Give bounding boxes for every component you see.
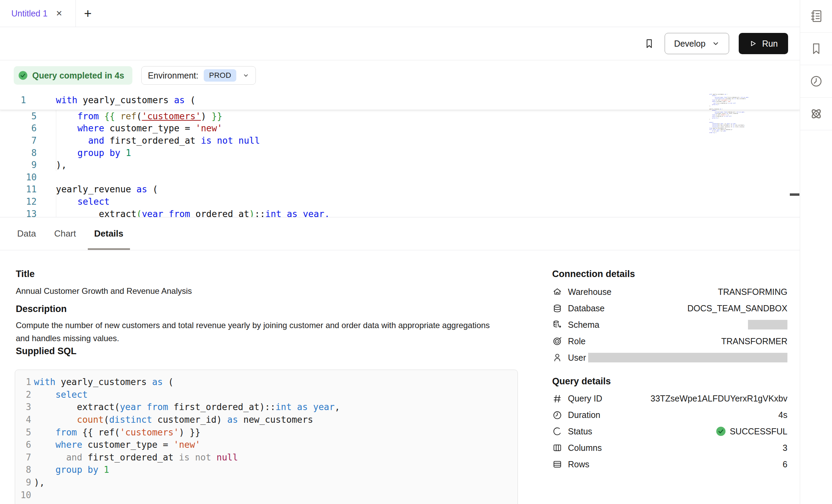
code-text: group by 1 [34, 465, 109, 475]
results-tab-chart[interactable]: Chart [48, 217, 83, 250]
develop-dropdown-button[interactable]: Develop [665, 33, 729, 54]
environment-selector[interactable]: Environment: PROD [141, 66, 256, 85]
results-tab-bar: DataChartDetails [0, 217, 800, 250]
close-tab-icon[interactable]: ✕ [56, 10, 62, 17]
code-text: from {{ ref('customers') }} [56, 111, 222, 121]
sql-line: 4 count(distinct customer_id) as new_cus… [15, 413, 518, 426]
code-line: 5 from {{ ref('customers') }} [0, 110, 800, 122]
right-icon-sidebar [800, 0, 832, 504]
sql-line: 8 group by 1 [15, 464, 518, 476]
line-number: 11 [0, 184, 37, 194]
document-tab-bar: Untitled 1 ✕ + [0, 0, 800, 27]
line-number: 5 [15, 427, 31, 437]
history-clock-icon [808, 73, 824, 89]
sql-line: 2 select [15, 388, 518, 401]
code-text: with yearly_customers as ( [34, 377, 174, 387]
sidebar-button-lineage-icon[interactable] [800, 98, 832, 130]
detail-value: 33TZseWpe1ALFDUYerxR1gVKxbv [651, 394, 787, 404]
indent-guide [56, 110, 56, 171]
sidebar-button-bookmark-icon[interactable] [800, 33, 832, 65]
query-status-text: Query completed in 4s [32, 71, 124, 81]
sql-line: 1with yearly_customers as ( [15, 376, 518, 388]
detail-label: Database [568, 303, 605, 313]
detail-row-user: User [552, 349, 787, 366]
code-text: and first_ordered_at is not null [34, 452, 238, 463]
editor-minimap[interactable]: with yearly_customers as ( select extrac… [709, 94, 749, 133]
sql-line: 9), [15, 476, 518, 489]
sql-line: 3 extract(year from first_ordered_at)::i… [15, 401, 518, 413]
detail-label: Role [568, 336, 585, 346]
connection-details-heading: Connection details [552, 269, 635, 279]
sql-line: 5 from {{ ref('customers') }} [15, 426, 518, 439]
editor-lines: 5 from {{ ref('customers') }}6 where cus… [0, 110, 800, 217]
detail-row-rows: Rows6 [552, 456, 787, 472]
chevron-down-icon [242, 72, 249, 79]
sidebar-button-notebook-icon[interactable] [800, 0, 832, 33]
line-number: 1 [0, 95, 37, 105]
results-tab-data[interactable]: Data [11, 217, 43, 250]
sql-line: 10 [15, 489, 518, 501]
detail-row-schema: Schema [552, 317, 787, 333]
query-details-heading: Query details [552, 376, 611, 387]
code-line: 11yearly_revenue as ( [0, 183, 800, 196]
code-text: from {{ ref('customers') }} [34, 427, 200, 437]
sql-line: 6 where customer_type = 'new' [15, 439, 518, 451]
line-number: 8 [15, 465, 31, 475]
environment-value-badge: PROD [204, 69, 236, 82]
description-heading: Description [16, 304, 67, 314]
detail-row-columns: Columns3 [552, 440, 787, 456]
detail-row-role: RoleTRANSFORMER [552, 333, 787, 349]
run-label: Run [762, 39, 778, 49]
indent-guide [56, 195, 56, 217]
columns-icon [552, 443, 562, 453]
code-text: ), [56, 160, 67, 170]
line-number: 2 [15, 389, 31, 400]
detail-row-warehouse: WarehouseTRANSFORMING [552, 284, 787, 300]
bookmark-icon[interactable] [643, 38, 655, 49]
detail-label: Warehouse [568, 287, 611, 297]
check-circle-icon [715, 426, 726, 437]
detail-value: TRANSFORMING [718, 287, 787, 297]
detail-value-text: SUCCESSFUL [730, 427, 787, 436]
play-icon [749, 39, 757, 48]
detail-row-database: DatabaseDOCS_TEAM_SANDBOX [552, 300, 787, 317]
line-number: 5 [0, 111, 37, 121]
code-line: 9), [0, 159, 800, 171]
detail-value-text: 6 [783, 459, 787, 469]
lineage-icon [808, 106, 824, 122]
code-text: select [56, 196, 110, 207]
detail-value: 3 [783, 443, 787, 453]
query-status-badge: Query completed in 4s [14, 66, 132, 85]
new-tab-button[interactable]: + [84, 6, 92, 21]
line-number: 7 [0, 135, 37, 146]
code-text: select [34, 389, 88, 400]
detail-row-duration: Duration4s [552, 407, 787, 423]
code-text: group by 1 [56, 148, 131, 158]
redacted-value-bar [588, 353, 787, 362]
code-text: extract(year from ordered_at)::int as ye… [56, 209, 330, 217]
user-icon [552, 352, 562, 363]
supplied-sql-heading: Supplied SQL [16, 346, 76, 357]
line-number: 9 [15, 477, 31, 488]
line-number: 10 [0, 172, 37, 182]
line-number: 4 [15, 415, 31, 425]
line-number: 1 [15, 377, 31, 387]
query-details-rows: Query ID33TZseWpe1ALFDUYerxR1gVKxbvDurat… [552, 391, 787, 472]
detail-value: 4s [778, 410, 787, 420]
code-text: yearly_revenue as ( [56, 184, 158, 194]
sql-editor[interactable]: 1 with yearly_customers as ( 5 from {{ r… [0, 91, 800, 217]
detail-row-query-id: Query ID33TZseWpe1ALFDUYerxR1gVKxbv [552, 391, 787, 407]
run-button[interactable]: Run [739, 33, 788, 54]
code-line: 10 [0, 171, 800, 183]
sidebar-button-history-clock-icon[interactable] [800, 65, 832, 98]
detail-value-text: TRANSFORMING [718, 287, 787, 297]
results-tab-details[interactable]: Details [88, 217, 130, 250]
code-line: with yearly_customers as ( [56, 95, 195, 105]
toolbar: Develop Run [0, 27, 800, 60]
document-tab-untitled-1[interactable]: Untitled 1 ✕ [0, 0, 76, 27]
detail-label: Rows [568, 459, 590, 469]
detail-value [748, 320, 787, 329]
code-text: count(distinct customer_id) as new_custo… [34, 415, 313, 425]
editor-scrollbar-thumb[interactable] [790, 193, 799, 196]
title-value: Annual Customer Growth and Revenue Analy… [16, 285, 192, 298]
